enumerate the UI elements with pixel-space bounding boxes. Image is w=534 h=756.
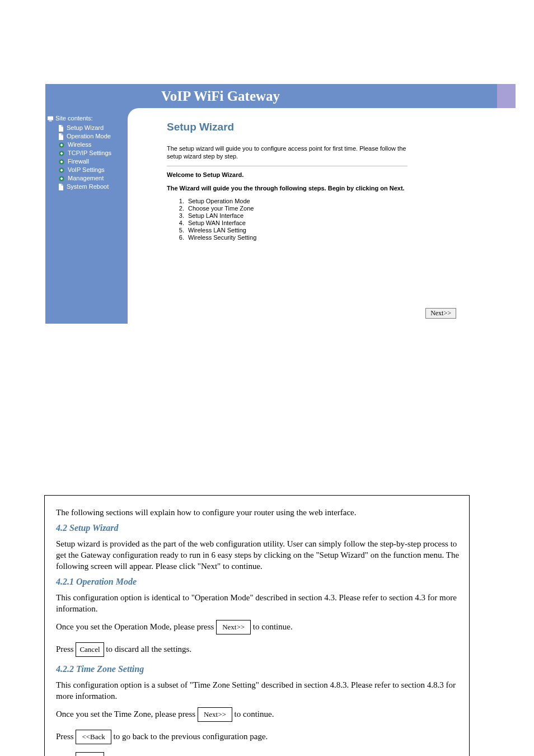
steps-list: Setup Operation Mode Choose your Time Zo… <box>186 198 430 241</box>
doc-text: Press <box>56 645 76 654</box>
doc-paragraph: The following sections will explain how … <box>56 507 462 518</box>
page-icon <box>58 125 64 132</box>
doc-text: to continue. <box>253 622 293 631</box>
sidebar-item-firewall[interactable]: Firewall <box>58 157 125 166</box>
sidebar-list: Setup Wizard Operation Mode Wireless TCP… <box>48 124 125 191</box>
doc-paragraph: Once you set the Time Zone, please press… <box>56 705 462 724</box>
doc-paragraph: This configuration option is a subset of… <box>56 679 462 702</box>
svg-rect-1 <box>49 120 52 121</box>
doc-heading-tz: 4.2.2 Time Zone Setting <box>56 664 462 675</box>
banner-accent <box>497 84 516 108</box>
banner: VoIP WiFi Gateway <box>45 84 516 108</box>
doc-paragraph: This configuration option is identical t… <box>56 592 462 614</box>
folder-closed-icon <box>58 167 65 173</box>
step-item: Setup WAN Interface <box>186 220 430 227</box>
sidebar-item-label: Firewall <box>68 157 89 166</box>
doc-paragraph: Once you set the Operation Mode, please … <box>56 618 462 637</box>
content: Setup Wizard The setup wizard will guide… <box>128 108 441 247</box>
sidebar-item-label: TCP/IP Settings <box>68 149 111 157</box>
sidebar-item-label: VoIP Settings <box>68 166 105 174</box>
banner-title: VoIP WiFi Gateway <box>161 88 280 104</box>
sidebar-item-label: Management <box>68 174 104 183</box>
doc-paragraph: Press <<Back to go back to the previous … <box>56 727 462 746</box>
sidebar-heading-row: Site contents: <box>48 114 125 123</box>
sidebar-item-label: Wireless <box>68 141 91 149</box>
doc-text: to go back to the previous configuration… <box>114 732 268 741</box>
app-frame: VoIP WiFi Gateway Site contents: Setup W… <box>45 84 516 324</box>
rounded-corner <box>128 108 139 119</box>
inline-button-cancel: Cancel <box>76 752 104 756</box>
folder-closed-icon <box>58 159 65 165</box>
sidebar-item-voip[interactable]: VoIP Settings <box>58 166 125 174</box>
content-column: Setup Wizard The setup wizard will guide… <box>128 108 516 324</box>
top-white-space <box>0 0 534 84</box>
step-item: Choose your Time Zone <box>186 205 430 212</box>
doc-text: This configuration option is identical t… <box>56 593 457 613</box>
intro-text: The setup wizard will guide you to confi… <box>167 144 407 160</box>
folder-closed-icon <box>58 151 65 156</box>
step-item: Wireless LAN Setting <box>186 227 430 234</box>
sidebar-item-setup-wizard[interactable]: Setup Wizard <box>58 124 125 132</box>
sidebar-item-label: System Reboot <box>67 183 109 191</box>
folder-closed-icon <box>58 142 65 148</box>
welcome-text: Welcome to Setup Wizard. <box>167 171 407 179</box>
sidebar-item-operation-mode[interactable]: Operation Mode <box>58 132 125 141</box>
instruction-text: The Wizard will guide you the through fo… <box>167 184 407 192</box>
doc-heading-op-mode: 4.2.1 Operation Mode <box>56 576 462 587</box>
separator <box>167 166 407 166</box>
doc-text: to discard all the settings. <box>106 645 191 654</box>
sidebar-item-tcpip[interactable]: TCP/IP Settings <box>58 149 125 157</box>
inline-button-next: Next>> <box>216 620 251 634</box>
doc-text: Once you set the Operation Mode, please … <box>56 622 216 631</box>
doc-heading-setup-wizard: 4.2 Setup Wizard <box>56 522 462 534</box>
sidebar-item-label: Operation Mode <box>67 132 111 141</box>
inline-button-next: Next>> <box>198 707 232 722</box>
sidebar-heading: Site contents: <box>55 114 93 123</box>
sidebar-item-management[interactable]: Management <box>58 174 125 183</box>
sidebar-item-system-reboot[interactable]: System Reboot <box>58 183 125 191</box>
doc-paragraph: Press Cancel to discard all the settings… <box>56 750 462 756</box>
next-button[interactable]: Next>> <box>425 308 456 319</box>
sidebar: Site contents: Setup Wizard Operation Mo… <box>45 108 128 324</box>
inline-button-back: <<Back <box>76 730 111 744</box>
doc-paragraph: Press Cancel to discard all the settings… <box>56 640 462 659</box>
folder-closed-icon <box>58 176 65 181</box>
step-item: Setup LAN Interface <box>186 212 430 220</box>
step-item: Wireless Security Setting <box>186 234 430 241</box>
doc-paragraph: Setup wizard is provided as the part of … <box>56 538 462 572</box>
sidebar-item-label: Setup Wizard <box>67 124 104 132</box>
svg-rect-0 <box>48 116 53 120</box>
sidebar-item-wireless[interactable]: Wireless <box>58 141 125 149</box>
doc-text: Press <box>56 732 76 741</box>
page-icon <box>58 133 64 140</box>
doc-text: Once you set the Time Zone, please press <box>56 710 198 718</box>
doc-text: to continue. <box>235 710 274 718</box>
step-item: Setup Operation Mode <box>186 198 430 205</box>
page-icon <box>58 184 64 190</box>
inline-button-cancel: Cancel <box>76 642 104 657</box>
monitor-icon <box>48 115 53 122</box>
document-body: The following sections will explain how … <box>44 495 470 756</box>
page-title: Setup Wizard <box>167 121 430 133</box>
